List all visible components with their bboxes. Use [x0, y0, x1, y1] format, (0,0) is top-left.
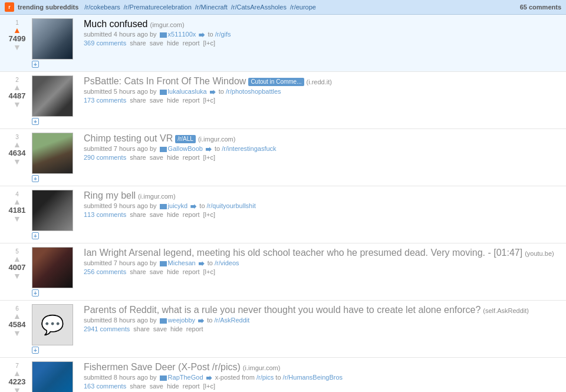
downvote-arrow[interactable]: ▼ — [13, 329, 21, 337]
post-comments-link[interactable]: 369 comments — [84, 39, 126, 47]
post-action-lc[interactable]: [l+c] — [203, 268, 215, 275]
post-action-save[interactable]: save — [150, 268, 163, 275]
trending-sub-1[interactable]: /r/cokebears — [84, 4, 120, 11]
add-button[interactable]: + — [32, 118, 79, 125]
post-action-share[interactable]: share — [130, 97, 146, 104]
downvote-arrow[interactable]: ▼ — [13, 215, 21, 223]
post-action-save[interactable]: save — [150, 97, 163, 104]
trending-sub-3[interactable]: /r/Minecraft — [195, 4, 228, 11]
add-button[interactable]: + — [32, 289, 79, 297]
trending-sub-2[interactable]: /r/Prematurecelebration — [124, 4, 192, 11]
post-action-save[interactable]: save — [153, 325, 167, 332]
post-comments-link[interactable]: 256 comments — [84, 268, 126, 275]
post-author-link[interactable]: Michesan — [168, 259, 196, 266]
post-action-hide[interactable]: hide — [167, 97, 179, 104]
post-action-report[interactable]: report — [183, 383, 200, 390]
add-button[interactable]: + — [32, 232, 79, 239]
post-title-link[interactable]: Ring my bell — [84, 190, 136, 200]
add-button[interactable]: + — [32, 347, 79, 354]
post-subreddit-link[interactable]: /r/videos — [215, 259, 239, 266]
crosspost-from-link[interactable]: /r/pics — [256, 374, 274, 381]
upvote-arrow[interactable]: ▲ — [13, 197, 21, 206]
downvote-arrow[interactable]: ▼ — [13, 100, 21, 108]
post-subreddit-link[interactable]: /r/interestingasfuck — [222, 145, 276, 152]
post-comments-link[interactable]: 2941 comments — [84, 325, 130, 332]
post-action-hide[interactable]: hide — [167, 268, 179, 275]
post-thumbnail[interactable] — [32, 133, 73, 174]
post-comments-link[interactable]: 173 comments — [84, 97, 126, 104]
post-actions: 173 commentssharesavehidereport[l+c] — [84, 97, 564, 104]
post-row: 3▲4634▼+Chimp testing out VR/r/ALL(i.img… — [0, 129, 566, 186]
post-title-link[interactable]: Ian Wright Arsenal legend, meeting his o… — [84, 248, 522, 258]
post-subreddit-link[interactable]: /r/quityourbullshit — [207, 202, 256, 209]
post-text-column: Much confused(imgur.com)submitted 4 hour… — [84, 18, 564, 47]
post-action-hide[interactable]: hide — [167, 154, 179, 161]
post-comments-link[interactable]: 113 comments — [84, 211, 126, 218]
downvote-arrow[interactable]: ▼ — [13, 272, 21, 280]
upvote-arrow[interactable]: ▲ — [13, 369, 21, 377]
post-action-lc[interactable]: [l+c] — [203, 39, 215, 47]
post-action-report[interactable]: report — [183, 211, 200, 218]
post-comments-link[interactable]: 290 comments — [84, 154, 126, 161]
post-subreddit-link[interactable]: /r/HumansBeingBros — [283, 374, 343, 381]
post-author-link[interactable]: GallowBoob — [168, 145, 203, 152]
post-thumbnail[interactable] — [32, 75, 73, 117]
post-action-save[interactable]: save — [150, 383, 163, 390]
post-action-report[interactable]: report — [183, 268, 200, 275]
post-action-hide[interactable]: hide — [167, 383, 179, 390]
post-author-link[interactable]: lukalucasluka — [168, 88, 207, 95]
post-action-share[interactable]: share — [130, 268, 146, 275]
post-author-link[interactable]: juicykd — [168, 202, 188, 209]
downvote-arrow[interactable]: ▼ — [13, 157, 21, 166]
post-meta: submitted 9 hours ago by juicykd to /r/q… — [84, 202, 564, 209]
post-action-report[interactable]: report — [186, 325, 203, 332]
post-action-lc[interactable]: [l+c] — [203, 211, 215, 218]
upvote-arrow[interactable]: ▲ — [13, 312, 21, 320]
post-action-share[interactable]: share — [130, 39, 146, 47]
post-action-save[interactable]: save — [150, 211, 163, 218]
upvote-arrow[interactable]: ▲ — [13, 83, 21, 91]
post-comments-link[interactable]: 163 comments — [84, 383, 126, 390]
post-score: 4487 — [9, 91, 26, 100]
add-button[interactable]: + — [32, 175, 79, 182]
post-action-lc[interactable]: [l+c] — [203, 383, 215, 390]
post-action-report[interactable]: report — [183, 154, 200, 161]
post-action-share[interactable]: share — [130, 211, 146, 218]
post-action-share[interactable]: share — [133, 325, 150, 332]
downvote-arrow[interactable]: ▼ — [13, 43, 21, 51]
post-action-hide[interactable]: hide — [167, 39, 179, 47]
post-title-link[interactable]: Parents of Reddit, what is a rule you ne… — [84, 305, 481, 315]
post-action-share[interactable]: share — [130, 383, 146, 390]
post-action-report[interactable]: report — [183, 39, 200, 47]
post-action-hide[interactable]: hide — [167, 211, 179, 218]
post-title-link[interactable]: Fishermen Save Deer (X-Post /r/pics) — [84, 362, 241, 372]
post-subreddit-link[interactable]: /r/photoshopbattles — [226, 88, 281, 95]
post-subreddit-link[interactable]: /r/gifs — [215, 31, 231, 38]
upvote-arrow[interactable]: ▲ — [13, 26, 21, 34]
post-action-lc[interactable]: [l+c] — [203, 97, 215, 104]
post-thumbnail[interactable] — [32, 247, 73, 288]
post-author-link[interactable]: RapTheGod — [168, 374, 203, 381]
post-thumbnail[interactable] — [32, 18, 73, 60]
upvote-arrow[interactable]: ▲ — [13, 255, 21, 263]
post-author-link[interactable]: x511100x — [168, 31, 196, 38]
post-subreddit-link[interactable]: /r/AskReddit — [214, 317, 249, 324]
post-action-hide[interactable]: hide — [170, 325, 183, 332]
post-title-link[interactable]: Much confused — [84, 19, 148, 29]
post-action-save[interactable]: save — [150, 154, 163, 161]
trending-sub-5[interactable]: /r/europe — [290, 4, 316, 11]
post-title-link[interactable]: PsBattle: Cats In Front Of The Window — [84, 76, 246, 86]
downvote-arrow[interactable]: ▼ — [13, 386, 21, 392]
post-action-share[interactable]: share — [130, 154, 146, 161]
add-button[interactable]: + — [32, 61, 79, 68]
upvote-arrow[interactable]: ▲ — [13, 140, 21, 149]
post-thumbnail[interactable] — [32, 190, 73, 231]
post-thumbnail[interactable] — [32, 361, 73, 392]
post-author-link[interactable]: weejobby — [168, 317, 195, 324]
post-action-report[interactable]: report — [183, 97, 200, 104]
post-action-save[interactable]: save — [150, 39, 163, 47]
self-post-thumbnail[interactable]: 💬 — [32, 304, 73, 345]
trending-sub-4[interactable]: /r/CatsAreAssholes — [231, 4, 287, 11]
post-title-link[interactable]: Chimp testing out VR — [84, 133, 173, 143]
post-action-lc[interactable]: [l+c] — [203, 154, 215, 161]
